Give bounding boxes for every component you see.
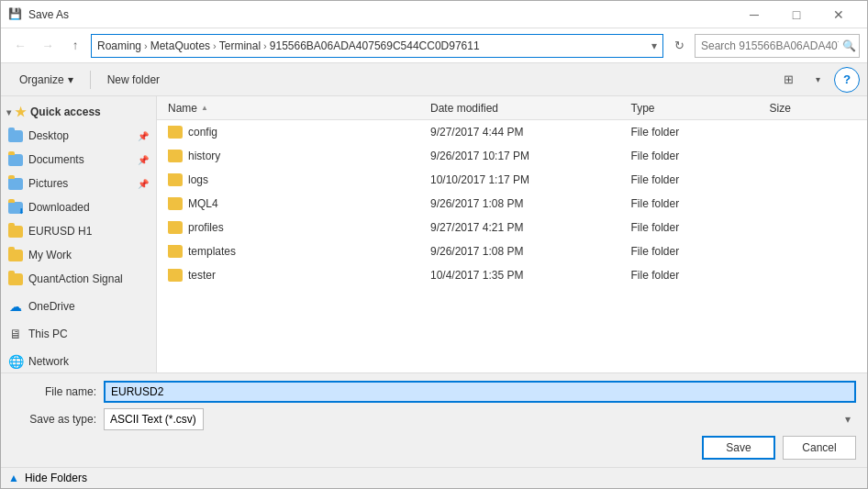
- filetype-label: Save as type:: [12, 413, 104, 426]
- sidebar-item-label: EURUSD H1: [28, 225, 149, 238]
- help-button[interactable]: ?: [834, 67, 860, 93]
- filename-row: File name:: [12, 381, 856, 403]
- search-input[interactable]: [701, 39, 839, 52]
- maximize-button[interactable]: □: [775, 1, 818, 28]
- save-as-dialog: 💾 Save As ─ □ ✕ ← → ↑ Roaming › MetaQuot…: [0, 0, 868, 489]
- filetype-row: Save as type: ASCII Text (*.csv): [12, 408, 856, 430]
- sidebar-item-label: Downloaded: [28, 201, 149, 214]
- file-type-cell: File folder: [624, 173, 762, 186]
- pics-folder-icon: [8, 176, 23, 191]
- pin-icon: 📌: [138, 179, 149, 189]
- breadcrumb-dropdown[interactable]: ▾: [651, 39, 657, 52]
- sidebar-item-label: My Work: [28, 249, 149, 261]
- breadcrumb-item: Roaming: [97, 39, 141, 52]
- sidebar-item-label: QuantAction Signal: [28, 272, 149, 285]
- sidebar-item-quantaction[interactable]: QuantAction Signal: [1, 267, 156, 291]
- table-row[interactable]: MQL4 9/26/2017 1:08 PM File folder: [157, 192, 867, 216]
- pin-icon: 📌: [138, 131, 149, 141]
- organize-dropdown-icon: ▾: [68, 73, 73, 86]
- organize-label: Organize: [19, 73, 64, 86]
- hide-folders-bar[interactable]: ▲ Hide Folders: [1, 467, 867, 488]
- breadcrumb-item: MetaQuotes: [150, 39, 210, 52]
- filename-input[interactable]: [104, 381, 856, 403]
- quick-access-chevron: ▾: [6, 107, 11, 117]
- quick-access-header[interactable]: ▾ ★ Quick access: [1, 100, 156, 124]
- organize-button[interactable]: Organize ▾: [8, 67, 84, 93]
- hide-folders-label: Hide Folders: [25, 472, 87, 484]
- file-type-cell: File folder: [624, 197, 762, 210]
- mywork-folder-icon: [8, 248, 23, 262]
- file-name-cell: logs: [161, 173, 423, 186]
- view-options-button[interactable]: ⊞: [775, 67, 801, 93]
- file-date-cell: 9/26/2017 1:08 PM: [423, 245, 624, 258]
- refresh-button[interactable]: ↻: [667, 34, 691, 58]
- col-header-type[interactable]: Type: [624, 96, 762, 119]
- col-header-name[interactable]: Name ▲: [161, 96, 423, 119]
- sidebar-item-eurusd[interactable]: EURUSD H1: [1, 219, 156, 243]
- back-button[interactable]: ←: [8, 34, 32, 58]
- address-bar: ← → ↑ Roaming › MetaQuotes › Terminal › …: [1, 28, 867, 63]
- quick-access-section: ▾ ★ Quick access Desktop 📌 Documents: [1, 100, 156, 291]
- minimize-button[interactable]: ─: [733, 1, 775, 28]
- sidebar-item-network[interactable]: 🌐 Network: [1, 350, 156, 372]
- sidebar-item-thispc[interactable]: 🖥 This PC: [1, 322, 156, 346]
- file-date-cell: 9/27/2017 4:21 PM: [423, 221, 624, 234]
- folder-icon: [168, 197, 183, 210]
- toolbar-right: ⊞ ▾ ?: [775, 67, 860, 93]
- sidebar-item-pictures[interactable]: Pictures 📌: [1, 172, 156, 195]
- col-header-size[interactable]: Size: [762, 96, 864, 119]
- file-type-cell: File folder: [624, 221, 762, 234]
- main-content: ▾ ★ Quick access Desktop 📌 Documents: [1, 96, 867, 372]
- address-path[interactable]: Roaming › MetaQuotes › Terminal › 915566…: [91, 34, 663, 58]
- save-button[interactable]: Save: [702, 436, 775, 460]
- sidebar-item-onedrive[interactable]: ☁ OneDrive: [1, 295, 156, 318]
- folder-icon: [168, 173, 183, 186]
- file-list-header: Name ▲ Date modified Type Size: [157, 96, 867, 120]
- up-button[interactable]: ↑: [63, 34, 87, 58]
- col-header-date[interactable]: Date modified: [423, 96, 624, 119]
- file-type-cell: File folder: [624, 126, 762, 139]
- breadcrumb-sep: ›: [213, 40, 217, 51]
- breadcrumb-sep: ›: [263, 40, 267, 51]
- sidebar-item-icon: ★: [15, 105, 27, 119]
- new-folder-button[interactable]: New folder: [96, 67, 171, 93]
- network-icon: 🌐: [8, 354, 23, 369]
- folder-icon: [168, 126, 183, 139]
- docs-folder-icon: [8, 152, 23, 167]
- filetype-select[interactable]: ASCII Text (*.csv): [104, 408, 204, 430]
- window-title: Save As: [28, 8, 733, 21]
- onedrive-section: ☁ OneDrive: [1, 295, 156, 318]
- table-row[interactable]: logs 10/10/2017 1:17 PM File folder: [157, 168, 867, 192]
- quick-access-label: Quick access: [30, 106, 101, 118]
- bottom-panel: File name: Save as type: ASCII Text (*.c…: [1, 372, 867, 467]
- title-bar-controls: ─ □ ✕: [733, 1, 860, 28]
- forward-button[interactable]: →: [36, 34, 60, 58]
- sidebar-item-downloaded[interactable]: ⬇ Downloaded: [1, 195, 156, 219]
- toolbar-separator: [90, 71, 91, 89]
- file-name-cell: MQL4: [161, 197, 423, 210]
- table-row[interactable]: templates 9/26/2017 1:08 PM File folder: [157, 239, 867, 263]
- onedrive-icon: ☁: [8, 299, 23, 314]
- file-name-cell: tester: [161, 269, 423, 282]
- table-row[interactable]: history 9/26/2017 10:17 PM File folder: [157, 144, 867, 168]
- sidebar-item-desktop[interactable]: Desktop 📌: [1, 124, 156, 148]
- view-dropdown-button[interactable]: ▾: [805, 67, 830, 93]
- window-icon: 💾: [8, 7, 23, 22]
- sort-icon: ▲: [201, 104, 208, 112]
- cancel-button[interactable]: Cancel: [783, 436, 856, 460]
- downloaded-folder-icon: ⬇: [8, 200, 23, 215]
- sidebar-item-mywork[interactable]: My Work: [1, 243, 156, 267]
- desktop-folder-icon: [8, 128, 23, 143]
- table-row[interactable]: tester 10/4/2017 1:35 PM File folder: [157, 263, 867, 287]
- quantaction-folder-icon: [8, 272, 23, 286]
- close-button[interactable]: ✕: [818, 1, 860, 28]
- breadcrumb-item: 915566BA06ADA407569C544CC0D97611: [270, 39, 480, 52]
- thispc-section: 🖥 This PC: [1, 322, 156, 346]
- table-row[interactable]: config 9/27/2017 4:44 PM File folder: [157, 120, 867, 144]
- table-row[interactable]: profiles 9/27/2017 4:21 PM File folder: [157, 216, 867, 239]
- search-icon: 🔍: [842, 39, 856, 52]
- folder-icon: [168, 150, 183, 162]
- toolbar: Organize ▾ New folder ⊞ ▾ ?: [1, 63, 867, 96]
- file-date-cell: 10/10/2017 1:17 PM: [423, 173, 624, 186]
- sidebar-item-documents[interactable]: Documents 📌: [1, 148, 156, 172]
